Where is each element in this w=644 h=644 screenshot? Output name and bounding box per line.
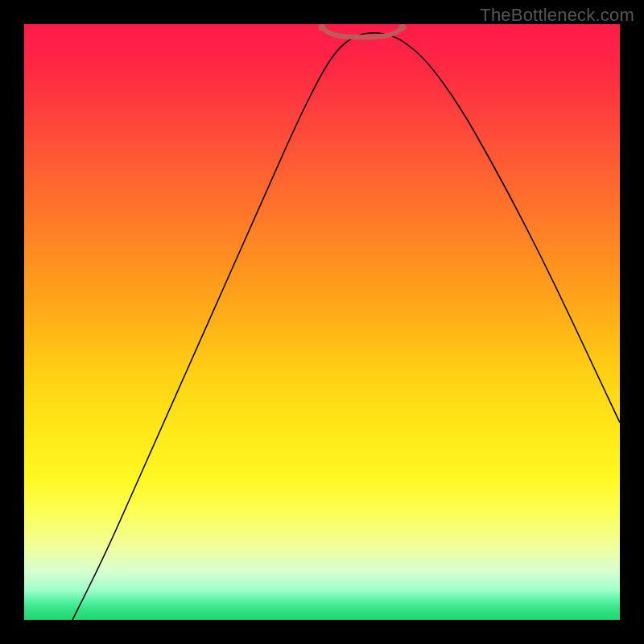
- bottleneck-curve: [72, 33, 620, 620]
- bottleneck-marker: [319, 24, 407, 37]
- watermark-text: TheBottleneck.com: [480, 5, 634, 26]
- chart-area: [24, 24, 620, 620]
- chart-svg: [24, 24, 620, 620]
